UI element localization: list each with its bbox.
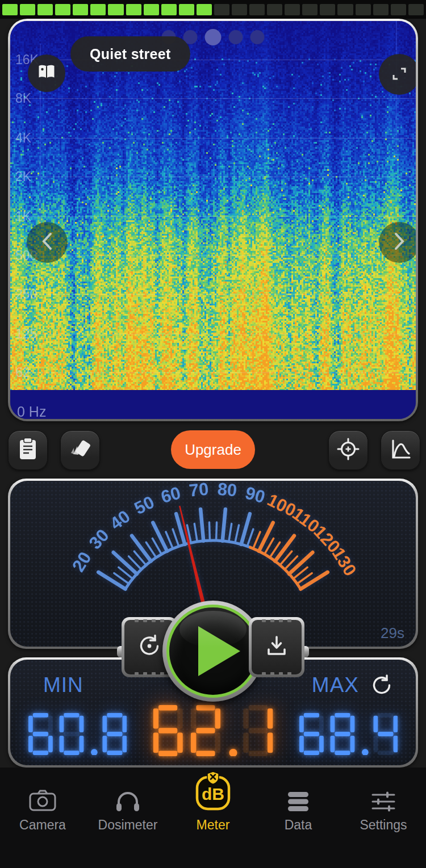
min-label: MIN	[43, 673, 83, 697]
svg-text:80: 80	[216, 481, 238, 501]
statistics-chart-button[interactable]	[381, 430, 420, 470]
tab-settings[interactable]: Settings	[341, 775, 426, 833]
svg-text:90: 90	[243, 483, 268, 507]
page-dot[interactable]	[205, 29, 222, 45]
tab-camera[interactable]: Camera	[0, 775, 85, 833]
report-button[interactable]	[8, 430, 48, 470]
level-segment	[2, 4, 18, 15]
level-segment	[197, 4, 212, 15]
reset-icon	[136, 633, 162, 661]
level-segment	[232, 4, 247, 15]
legend-button[interactable]	[28, 54, 65, 92]
level-segment	[161, 4, 177, 15]
reset-minmax-button[interactable]	[370, 674, 393, 699]
spectrogram-panel: 16K8K4K2K1K50025012562 0 Hz Quiet street	[8, 19, 418, 421]
level-segment	[126, 4, 141, 15]
preset-title-pill[interactable]: Quiet street	[70, 36, 190, 72]
freq-label: 125	[15, 326, 37, 342]
min-value	[28, 713, 127, 757]
level-segment	[214, 4, 229, 15]
calibration-button[interactable]	[328, 430, 368, 470]
crosshair-icon	[336, 437, 360, 463]
tab-label: Dosimeter	[98, 817, 158, 833]
current-value	[153, 705, 273, 758]
level-segment	[108, 4, 123, 15]
max-value	[299, 713, 398, 757]
freq-gridline	[10, 255, 416, 256]
tab-label: Meter	[197, 817, 230, 833]
recording-duration: 29s	[381, 624, 404, 642]
camera-icon	[28, 775, 57, 813]
page-dot[interactable]	[250, 30, 265, 44]
swatches-icon	[69, 438, 91, 463]
chevron-right-icon	[393, 232, 406, 253]
freq-label: 2K	[15, 169, 31, 184]
tab-label: Settings	[360, 817, 407, 833]
spectrogram-canvas[interactable]	[10, 21, 416, 419]
headphones-icon	[114, 775, 141, 813]
freq-gridline	[10, 372, 416, 373]
tab-bar: CameraDosimeterdBMeterDataSettings	[0, 768, 426, 868]
freq-label: 4K	[15, 131, 31, 146]
level-segment	[179, 4, 194, 15]
svg-text:20: 20	[68, 548, 95, 576]
level-segment	[249, 4, 265, 15]
level-segment	[37, 4, 53, 15]
level-segment	[20, 4, 35, 15]
tab-label: Camera	[19, 817, 66, 833]
level-segment	[267, 4, 282, 15]
tab-data[interactable]: Data	[256, 775, 341, 833]
level-segment	[285, 4, 300, 15]
freq-gridline	[10, 294, 416, 295]
prev-page-button[interactable]	[27, 222, 68, 263]
svg-text:dB: dB	[202, 785, 224, 803]
freq-gridline	[10, 98, 416, 99]
level-segment	[391, 4, 406, 15]
level-segment	[302, 4, 318, 15]
svg-text:40: 40	[106, 506, 134, 534]
chevron-left-icon	[41, 232, 53, 253]
max-label: MAX	[312, 673, 359, 697]
tab-meter[interactable]: dBMeter	[170, 775, 256, 833]
level-segment	[320, 4, 335, 15]
download-icon	[264, 634, 289, 661]
tab-label: Data	[285, 817, 312, 833]
level-segment	[55, 4, 70, 15]
zero-hz-label: 0 Hz	[17, 404, 46, 420]
svg-text:70: 70	[188, 481, 210, 501]
next-page-button[interactable]	[379, 222, 416, 263]
level-segment	[90, 4, 106, 15]
tab-dosimeter[interactable]: Dosimeter	[85, 775, 170, 833]
freq-gridline	[10, 216, 416, 217]
sliders-icon	[370, 775, 396, 813]
freq-label: 62	[15, 365, 30, 380]
app-screen: 16K8K4K2K1K50025012562 0 Hz Quiet street	[0, 0, 426, 868]
fullscreen-button[interactable]	[379, 54, 416, 95]
level-segment	[73, 4, 88, 15]
clipboard-icon	[18, 437, 38, 463]
page-dot[interactable]	[229, 30, 243, 44]
freq-label: 8K	[15, 91, 31, 106]
freq-gridline	[10, 138, 416, 139]
save-recording-button[interactable]	[249, 617, 304, 677]
svg-text:30: 30	[85, 525, 113, 553]
freq-gridline	[10, 177, 416, 177]
play-icon	[198, 626, 240, 676]
db-meter-icon: dB	[194, 775, 232, 813]
audio-level-bar	[0, 0, 426, 19]
level-segment	[356, 4, 371, 15]
svg-text:50: 50	[131, 492, 157, 519]
freq-gridline	[10, 334, 416, 334]
level-segment	[373, 4, 389, 15]
preset-title: Quiet street	[90, 46, 171, 62]
level-segment	[408, 4, 424, 15]
level-segment	[337, 4, 353, 15]
book-icon	[37, 64, 56, 83]
line-chart-icon	[389, 438, 412, 463]
data-list-icon	[285, 775, 311, 813]
level-segment	[144, 4, 159, 15]
color-theme-button[interactable]	[60, 430, 100, 470]
upgrade-button[interactable]: Upgrade	[171, 430, 255, 469]
expand-icon	[391, 65, 408, 84]
freq-label: 250	[15, 287, 37, 302]
